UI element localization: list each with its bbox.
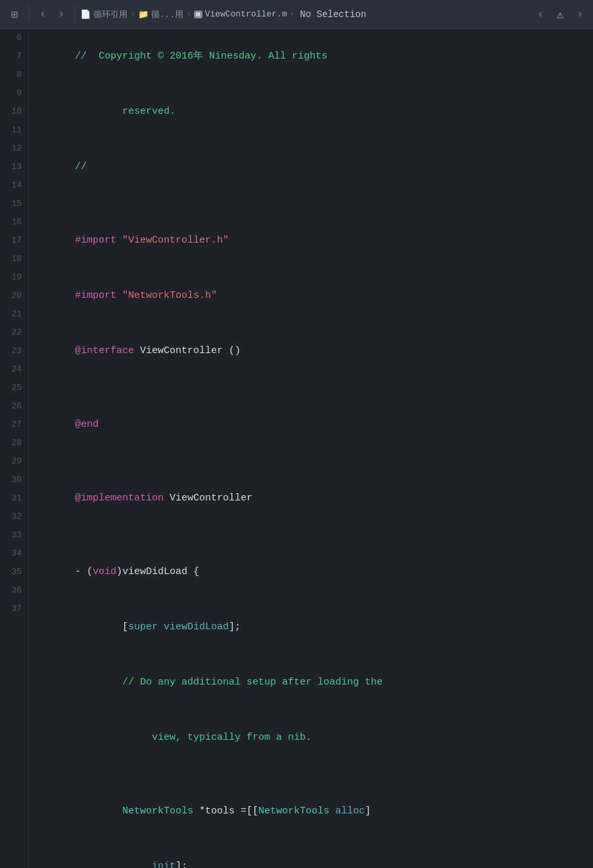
code-line-8 — [39, 195, 593, 213]
breadcrumb-sep-2: › — [186, 9, 191, 19]
breadcrumb-file-icon[interactable]: 📄 循环引用 — [80, 9, 128, 20]
line-num-13: 13 — [0, 158, 28, 176]
nav-back-button[interactable]: ‹ — [35, 7, 51, 22]
warning-icon[interactable]: ⚠️ — [552, 7, 568, 22]
line-num-24: 24 — [0, 360, 28, 379]
breadcrumb-sep-1: › — [130, 9, 135, 19]
code-line-20 — [39, 765, 593, 784]
code-line-7: // — [39, 139, 593, 195]
code-line-11: @interface ViewController () — [39, 324, 593, 379]
breadcrumb-sep-3: › — [289, 9, 295, 19]
code-line-12 — [39, 379, 593, 397]
line-num-22: 22 — [0, 324, 28, 342]
nav-divider-1 — [29, 7, 30, 22]
line-num-21: 21 — [0, 305, 28, 324]
nav-tools-icon[interactable]: ⊞ — [5, 5, 24, 24]
line-num-8: 8 — [0, 66, 28, 84]
line-num-31: 31 — [0, 489, 28, 508]
navigation-bar: ⊞ ‹ › 📄 循环引用 › 📁 循...用 › m ViewControlle… — [0, 0, 593, 29]
breadcrumb-label-3[interactable]: ViewController.m — [205, 9, 287, 19]
code-line-18: [super viewDidLoad]; — [39, 600, 593, 655]
code-line-6: // Copyright © 2016年 Ninesday. All right… — [39, 29, 593, 84]
m-icon: m — [194, 11, 202, 18]
code-line-19b: view, typically from a nib. — [39, 710, 593, 765]
nav-divider-2 — [74, 7, 75, 22]
line-num-23: 23 — [0, 342, 28, 360]
line-num-30: 30 — [0, 471, 28, 489]
code-line-15: @implementation ViewController — [39, 471, 593, 526]
breadcrumb-folder[interactable]: 📁 循...用 — [138, 9, 183, 20]
code-line-10: #import "NetworkTools.h" — [39, 268, 593, 324]
code-line-19: // Do any additional setup after loading… — [39, 655, 593, 710]
no-selection-label[interactable]: No Selection — [300, 9, 366, 20]
code-content-area[interactable]: // Copyright © 2016年 Ninesday. All right… — [29, 29, 593, 868]
code-line-6b: reserved. — [39, 84, 593, 139]
line-num-32: 32 — [0, 508, 28, 526]
nav-right-controls: ‹ ⚠️ › — [533, 7, 588, 22]
line-num-9: 9 — [0, 84, 28, 103]
line-num-29: 29 — [0, 452, 28, 471]
line-num-26: 26 — [0, 397, 28, 416]
doc-icon: 📄 — [80, 9, 91, 20]
nav-next-arrow[interactable]: › — [572, 7, 588, 22]
code-line-17: - (void)viewDidLoad { — [39, 544, 593, 600]
line-num-17: 17 — [0, 231, 28, 250]
code-line-21: NetworkTools *tools =[[NetworkTools allo… — [39, 784, 593, 839]
code-line-16 — [39, 526, 593, 544]
line-num-15: 15 — [0, 195, 28, 213]
code-line-14 — [39, 452, 593, 471]
line-num-6: 6 — [0, 29, 28, 47]
line-num-27: 27 — [0, 416, 28, 434]
line-num-34: 34 — [0, 544, 28, 563]
code-line-13: @end — [39, 397, 593, 452]
code-editor: 6 7 8 9 10 11 12 13 14 15 16 17 18 19 20… — [0, 29, 593, 868]
line-num-20: 20 — [0, 287, 28, 305]
line-num-18: 18 — [0, 250, 28, 268]
breadcrumb-file[interactable]: m ViewController.m — [194, 9, 287, 19]
line-numbers-gutter: 6 7 8 9 10 11 12 13 14 15 16 17 18 19 20… — [0, 29, 29, 868]
code-line-9: #import "ViewController.h" — [39, 213, 593, 268]
line-num-33: 33 — [0, 526, 28, 544]
folder-icon: 📁 — [138, 9, 149, 20]
nav-prev-arrow[interactable]: ‹ — [533, 7, 548, 22]
line-num-19: 19 — [0, 268, 28, 287]
line-num-12: 12 — [0, 139, 28, 158]
line-num-10: 10 — [0, 103, 28, 121]
line-num-35: 35 — [0, 563, 28, 581]
line-num-11: 11 — [0, 121, 28, 139]
code-line-21b: init]; — [39, 839, 593, 868]
breadcrumb-label-2[interactable]: 循...用 — [151, 9, 183, 20]
line-num-36: 36 — [0, 581, 28, 600]
line-num-25: 25 — [0, 379, 28, 397]
breadcrumb-label-1[interactable]: 循环引用 — [93, 9, 128, 20]
line-num-28: 28 — [0, 434, 28, 452]
nav-forward-button[interactable]: › — [53, 7, 69, 22]
line-num-16: 16 — [0, 213, 28, 231]
line-num-14: 14 — [0, 176, 28, 195]
line-num-37: 37 — [0, 600, 28, 618]
line-num-7: 7 — [0, 47, 28, 66]
breadcrumb: 📄 循环引用 › 📁 循...用 › m ViewController.m › … — [80, 9, 530, 20]
